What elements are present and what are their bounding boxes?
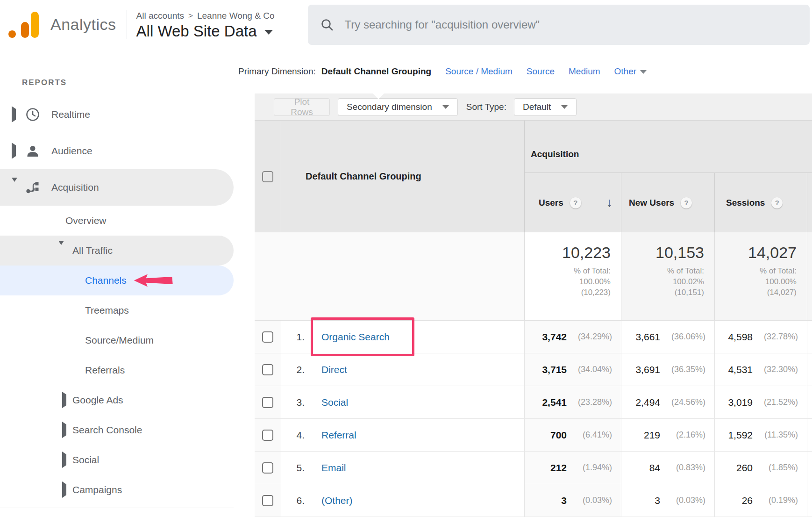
primary-dimension-label: Primary Dimension: xyxy=(238,66,316,77)
topbar: Analytics All accounts > Leanne Wong & C… xyxy=(0,0,812,49)
primary-dimension-option-source-medium[interactable]: Source / Medium xyxy=(445,66,513,77)
header-checkbox-cell xyxy=(255,121,281,232)
sidebar: REPORTS RealtimeAudienceAcquisitionOverv… xyxy=(0,49,234,517)
totals-checkbox-cell xyxy=(255,232,281,320)
chevron-collapsed-icon xyxy=(62,484,69,495)
search-bar[interactable]: Try searching for "acquisition overview" xyxy=(308,5,810,45)
sidebar-item-channels[interactable]: Channels xyxy=(0,266,234,295)
row-checkbox-cell xyxy=(255,386,281,418)
row-checkbox-cell xyxy=(255,353,281,386)
row-metric-sessions: 4,598(32.78%) xyxy=(715,321,807,353)
sidebar-divider xyxy=(0,508,234,508)
row-dimension-cell: 1.Organic Search xyxy=(281,321,525,353)
totals-value: 14,027 xyxy=(748,244,797,262)
sidebar-item-treemaps[interactable]: Treemaps xyxy=(0,295,234,325)
table-row-email: 5.Email212(1.94%)84(0.83%)260(1.85%) xyxy=(255,452,812,484)
metric-value: 3 xyxy=(655,495,660,506)
sidebar-item-google-ads[interactable]: Google Ads xyxy=(0,385,234,415)
totals-sliver xyxy=(807,232,812,320)
sidebar-item-overview[interactable]: Overview xyxy=(0,206,234,236)
metric-value: 3,715 xyxy=(542,364,567,375)
sidebar-item-label: Channels xyxy=(85,275,127,286)
metric-value: 260 xyxy=(736,462,753,474)
property-selector[interactable]: All Web Site Data xyxy=(136,22,275,40)
select-all-checkbox[interactable] xyxy=(262,171,273,182)
channel-link-email[interactable]: Email xyxy=(321,462,346,474)
channel-link-organic-search[interactable]: Organic Search xyxy=(321,331,390,343)
sort-type-select[interactable]: Default xyxy=(514,98,577,116)
sidebar-item-search-console[interactable]: Search Console xyxy=(0,415,234,445)
sidebar-item-audience[interactable]: Audience xyxy=(0,133,234,169)
table-row-organic-search: 1.Organic Search3,742(34.29%)3,661(36.06… xyxy=(255,321,812,353)
table-row-other: 6.(Other)3(0.03%)3(0.03%)26(0.19%) xyxy=(255,484,812,517)
column-header-new-users[interactable]: New Users? xyxy=(621,173,715,232)
product-name: Analytics xyxy=(50,15,116,34)
row-checkbox[interactable] xyxy=(262,495,273,506)
row-dimension-cell: 4.Referral xyxy=(281,419,525,451)
metric-value: 4,598 xyxy=(728,331,753,343)
sidebar-item-label: Audience xyxy=(51,145,93,157)
row-checkbox[interactable] xyxy=(262,462,273,474)
row-dimension-cell: 3.Social xyxy=(281,386,525,418)
primary-dimension-option-other[interactable]: Other xyxy=(614,66,647,77)
channel-link-direct[interactable]: Direct xyxy=(321,364,347,375)
sidebar-item-social[interactable]: Social xyxy=(0,445,234,475)
channel-link-other[interactable]: (Other) xyxy=(321,495,353,506)
analytics-logo[interactable]: Analytics xyxy=(0,11,116,39)
channel-link-social[interactable]: Social xyxy=(321,397,348,408)
metric-percent: (11.35%) xyxy=(753,430,798,440)
primary-dimension-selected[interactable]: Default Channel Grouping xyxy=(321,66,431,77)
property-selector-label: All Web Site Data xyxy=(136,22,257,40)
sidebar-item-referrals[interactable]: Referrals xyxy=(0,355,234,385)
metric-value: 3,019 xyxy=(728,397,753,408)
metric-value: 3,742 xyxy=(542,331,567,343)
help-icon[interactable]: ? xyxy=(570,197,581,208)
column-header-users[interactable]: Users?↓ xyxy=(525,173,621,232)
search-icon xyxy=(320,18,334,32)
primary-dimension-option-medium[interactable]: Medium xyxy=(569,66,600,77)
row-metric-sessions: 260(1.85%) xyxy=(715,452,807,484)
row-checkbox[interactable] xyxy=(262,430,273,441)
primary-dimension-option-label: Source / Medium xyxy=(445,66,513,77)
totals-percent-of-total: % of Total:100.00%(10,223) xyxy=(574,266,611,298)
metric-value: 84 xyxy=(649,462,660,474)
sidebar-item-acquisition[interactable]: Acquisition xyxy=(0,169,234,206)
breadcrumb-account-name[interactable]: Leanne Wong & Co xyxy=(197,11,275,21)
plot-rows-button[interactable]: Plot Rows xyxy=(274,98,330,116)
channels-table: Default Channel Grouping Acquisition Use… xyxy=(255,120,812,517)
sidebar-item-realtime[interactable]: Realtime xyxy=(0,96,234,133)
channel-link-referral[interactable]: Referral xyxy=(321,430,356,441)
totals-dimension-cell xyxy=(281,232,525,320)
chevron-collapsed-icon xyxy=(62,424,69,436)
chevron-collapsed-icon xyxy=(12,109,18,120)
acquisition-icon xyxy=(25,180,40,195)
row-checkbox-cell xyxy=(255,419,281,451)
row-checkbox[interactable] xyxy=(262,364,273,375)
row-sliver xyxy=(807,484,812,517)
row-metric-new-users: 219(2.16%) xyxy=(621,419,715,451)
sidebar-item-source-medium[interactable]: Source/Medium xyxy=(0,325,234,355)
row-checkbox[interactable] xyxy=(262,331,273,343)
sort-descending-icon[interactable]: ↓ xyxy=(606,196,613,209)
metric-value: 2,541 xyxy=(542,397,567,408)
metric-value: 26 xyxy=(742,495,753,506)
dimension-column-header[interactable]: Default Channel Grouping xyxy=(281,121,525,232)
secondary-dimension-button[interactable]: Secondary dimension xyxy=(338,98,458,116)
sidebar-item-campaigns[interactable]: Campaigns xyxy=(0,475,234,505)
row-sliver xyxy=(807,353,812,386)
help-icon[interactable]: ? xyxy=(771,197,783,208)
row-index: 2. xyxy=(281,364,305,375)
metric-value: 700 xyxy=(550,430,567,441)
sidebar-item-all-traffic[interactable]: All Traffic xyxy=(0,236,234,266)
metric-value: 2,494 xyxy=(635,397,660,408)
breadcrumb-all-accounts[interactable]: All accounts xyxy=(136,11,184,21)
column-header-label: Sessions xyxy=(726,198,765,208)
help-icon[interactable]: ? xyxy=(681,197,692,208)
row-dimension-cell: 2.Direct xyxy=(281,353,525,386)
column-header-sessions[interactable]: Sessions? xyxy=(715,173,807,232)
row-checkbox[interactable] xyxy=(262,397,273,408)
metric-percent: (34.04%) xyxy=(567,365,612,374)
column-header-label: Users xyxy=(539,198,563,208)
primary-dimension-option-source[interactable]: Source xyxy=(527,66,555,77)
row-metric-sessions: 4,531(32.30%) xyxy=(715,353,807,386)
